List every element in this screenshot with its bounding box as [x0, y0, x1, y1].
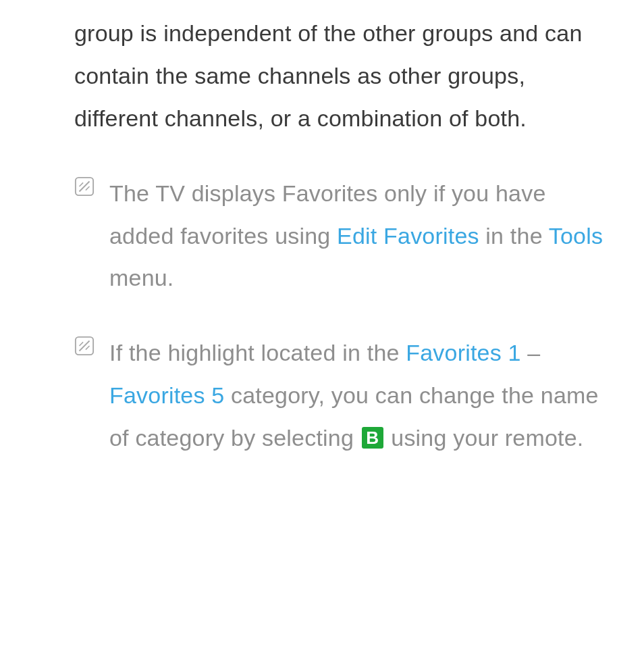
note-2-dash: –: [521, 340, 541, 365]
note-2-part-3: using your remote.: [385, 425, 584, 451]
b-remote-button: B: [362, 427, 383, 449]
note-2-part-1: If the highlight located in the: [109, 340, 406, 365]
favorites-5-link[interactable]: Favorites 5: [109, 382, 224, 408]
note-1-part-2: in the: [479, 223, 549, 249]
svg-line-3: [86, 186, 90, 191]
intro-paragraph: group is independent of the other groups…: [74, 12, 603, 140]
note-block-2: If the highlight located in the Favorite…: [74, 332, 603, 459]
note-2-text: If the highlight located in the Favorite…: [109, 332, 603, 459]
note-block-1: The TV displays Favorites only if you ha…: [74, 172, 603, 300]
svg-line-1: [80, 181, 90, 191]
edit-favorites-link[interactable]: Edit Favorites: [337, 223, 479, 249]
svg-line-5: [80, 341, 90, 351]
document-content: group is independent of the other groups…: [0, 0, 644, 459]
tools-link[interactable]: Tools: [549, 223, 603, 249]
svg-line-2: [80, 182, 84, 186]
note-icon: [74, 176, 95, 197]
note-1-part-3: menu.: [109, 265, 174, 290]
note-icon: [74, 336, 95, 356]
favorites-1-link[interactable]: Favorites 1: [406, 340, 520, 365]
svg-line-7: [86, 346, 90, 350]
note-1-text: The TV displays Favorites only if you ha…: [109, 172, 603, 300]
svg-line-6: [80, 342, 84, 347]
